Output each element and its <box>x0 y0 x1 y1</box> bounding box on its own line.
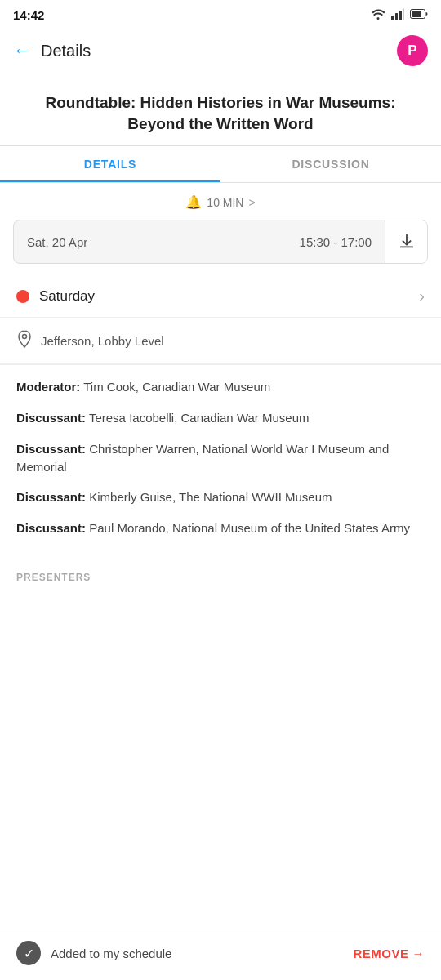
status-time: 14:42 <box>13 8 44 22</box>
checkmark-icon: ✓ <box>24 946 34 961</box>
svg-rect-2 <box>399 11 402 20</box>
list-item: Moderator: Tim Cook, Canadian War Museum <box>16 378 425 396</box>
svg-rect-5 <box>412 11 421 17</box>
remove-arrow-icon: → <box>412 947 425 960</box>
role-label: Discussant: <box>16 521 86 535</box>
added-text: Added to my schedule <box>51 947 172 960</box>
list-item: Discussant: Christopher Warren, National… <box>16 440 425 476</box>
event-title-section: Roundtable: Hidden Histories in War Muse… <box>0 78 441 146</box>
checkmark-circle: ✓ <box>16 941 41 965</box>
role-label: Discussant: <box>16 490 86 504</box>
role-label: Discussant: <box>16 411 86 425</box>
status-bar: 14:42 <box>0 0 441 27</box>
list-item: Discussant: Teresa Iacobelli, Canadian W… <box>16 409 425 427</box>
day-row-left: Saturday <box>16 288 95 305</box>
location-row: Jefferson, Lobby Level <box>0 318 441 364</box>
datetime-row: Sat, 20 Apr 15:30 - 17:00 <box>13 220 428 264</box>
svg-rect-0 <box>391 16 394 20</box>
svg-point-6 <box>23 335 27 339</box>
pin-icon <box>16 330 33 348</box>
header-title: Details <box>31 42 397 60</box>
remove-button[interactable]: REMOVE → <box>353 947 425 960</box>
person-name: Kimberly Guise, The National WWII Museum <box>89 490 332 504</box>
download-icon <box>398 233 416 251</box>
presenters-label: PRESENTERS <box>0 564 441 595</box>
person-name: Paul Morando, National Museum of the Uni… <box>89 521 410 535</box>
location-icon <box>16 330 33 352</box>
day-row[interactable]: Saturday › <box>0 275 441 318</box>
day-label: Saturday <box>39 288 95 305</box>
person-name: Teresa Iacobelli, Canadian War Museum <box>89 411 310 425</box>
people-section: Moderator: Tim Cook, Canadian War Museum… <box>0 365 441 564</box>
reminder-chevron: > <box>248 196 255 209</box>
event-title: Roundtable: Hidden Histories in War Muse… <box>16 92 425 134</box>
event-time: 15:30 - 17:00 <box>300 235 372 249</box>
day-dot <box>16 290 29 303</box>
location-text: Jefferson, Lobby Level <box>41 334 164 348</box>
battery-icon <box>410 9 428 21</box>
tabs: DETAILS DISCUSSION <box>0 146 441 183</box>
app-header: ← Details P <box>0 27 441 78</box>
tab-details[interactable]: DETAILS <box>0 146 220 182</box>
role-label: Discussant: <box>16 442 86 456</box>
bottom-spacer <box>0 595 441 660</box>
list-item: Discussant: Kimberly Guise, The National… <box>16 488 425 506</box>
status-icons <box>371 8 428 22</box>
added-schedule-section: ✓ Added to my schedule <box>16 941 172 965</box>
avatar[interactable]: P <box>397 35 428 66</box>
remove-label: REMOVE <box>353 947 408 960</box>
svg-rect-3 <box>403 8 404 20</box>
role-label: Moderator: <box>16 380 80 394</box>
signal-icon <box>390 8 405 22</box>
reminder-text: 10 MIN <box>207 196 243 209</box>
event-date: Sat, 20 Apr <box>27 235 87 249</box>
day-chevron: › <box>419 287 425 305</box>
wifi-icon <box>371 8 385 22</box>
reminder-row[interactable]: 🔔 10 MIN > <box>0 183 441 220</box>
bell-icon: 🔔 <box>185 194 202 210</box>
tab-discussion[interactable]: DISCUSSION <box>220 146 441 182</box>
datetime-text: Sat, 20 Apr 15:30 - 17:00 <box>14 224 385 261</box>
person-name: Tim Cook, Canadian War Museum <box>83 380 270 394</box>
download-button[interactable] <box>385 220 427 263</box>
list-item: Discussant: Paul Morando, National Museu… <box>16 519 425 537</box>
svg-rect-1 <box>395 13 398 20</box>
bottom-bar: ✓ Added to my schedule REMOVE → <box>0 929 441 980</box>
back-button[interactable]: ← <box>13 40 31 61</box>
